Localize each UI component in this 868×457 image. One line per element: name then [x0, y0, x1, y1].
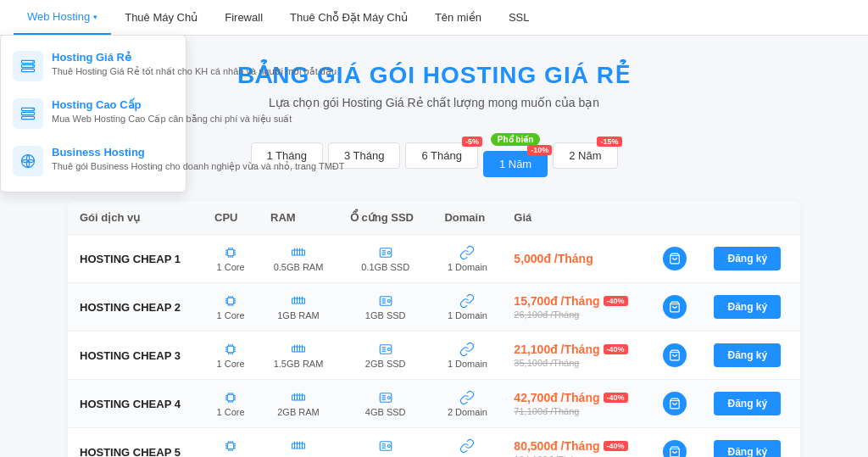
register-button[interactable]: Đăng ký — [714, 295, 781, 319]
col-cart — [651, 201, 703, 235]
table-row: HOSTING CHEAP 1 1 Core 0.5GB RAM 0.1GB S… — [68, 235, 800, 283]
register-cell: Đăng ký — [702, 235, 800, 283]
cpu-cell: 1 Core — [203, 235, 259, 283]
svg-rect-2 — [22, 69, 35, 71]
svg-point-3 — [32, 61, 34, 63]
col-plan: Gói dịch vụ — [68, 201, 203, 235]
dropdown-hosting-cao-cap[interactable]: Hosting Cao Cấp Mua Web Hosting Cao Cấp … — [1, 90, 186, 137]
nav-thue-cho-dat[interactable]: Thuê Chỗ Đặt Máy Chủ — [276, 0, 421, 35]
svg-rect-10 — [227, 249, 234, 256]
nav-thue-may-chu[interactable]: Thuê Máy Chủ — [111, 0, 211, 35]
nav-web-hosting[interactable]: Web Hosting ▾ Hosting Giá Rẻ Thuê Hostin… — [14, 0, 111, 35]
domain-cell: 1 Domain — [432, 283, 502, 332]
cart-cell — [651, 332, 703, 380]
cart-cell — [651, 283, 703, 332]
register-cell: Đăng ký — [702, 283, 800, 332]
price-cell: 80,500đ /Tháng-40%134,100đ /Tháng — [502, 428, 651, 458]
period-tab-2nam[interactable]: 2 Năm -15% — [553, 142, 617, 169]
dropdown-business-hosting[interactable]: Business Hosting Thuê gói Business Hosti… — [1, 137, 186, 185]
discount-badge-1nam: -10% — [527, 145, 552, 155]
cpu-cell: 1 Core — [203, 380, 259, 428]
dropdown-hosting-gia-re[interactable]: Hosting Giá Rẻ Thuê Hosting Giá Rẻ tốt n… — [1, 42, 186, 90]
price-cell: 21,100đ /Tháng-40%35,100đ /Tháng — [502, 332, 651, 380]
svg-point-89 — [387, 348, 390, 351]
svg-rect-79 — [292, 347, 305, 352]
pricing-table: Gói dịch vụ CPU RAM Ổ cứng SSD Domain Gi… — [68, 201, 800, 457]
business-hosting-icon — [13, 146, 43, 176]
svg-point-61 — [387, 300, 390, 303]
ram-cell: 1.5GB RAM — [259, 332, 338, 380]
col-domain: Domain — [432, 201, 502, 235]
svg-point-4 — [32, 65, 34, 67]
hosting-gia-re-icon — [13, 51, 43, 81]
col-price: Giá — [502, 201, 651, 235]
plan-name: HOSTING CHEAP 5 — [68, 428, 203, 458]
popular-badge: Phổ biến — [491, 133, 541, 146]
svg-point-145 — [387, 445, 390, 448]
nav-ssl[interactable]: SSL — [495, 0, 543, 35]
svg-rect-23 — [292, 250, 305, 255]
period-tab-1nam-wrapper: Phổ biến 1 Năm -10% — [483, 133, 548, 177]
col-action — [702, 201, 800, 235]
register-cell: Đăng ký — [702, 332, 800, 380]
cart-cell — [651, 380, 703, 428]
ssd-cell: 8GB SSD — [338, 428, 433, 458]
nav-firewall[interactable]: Firewall — [211, 0, 276, 35]
add-to-cart-button[interactable] — [663, 295, 687, 319]
svg-point-33 — [387, 252, 390, 254]
register-cell: Đăng ký — [702, 428, 800, 458]
register-cell: Đăng ký — [702, 380, 800, 428]
svg-rect-38 — [227, 298, 234, 304]
cart-cell — [651, 428, 703, 458]
discount-badge-2nam: -15% — [597, 137, 621, 147]
add-to-cart-button[interactable] — [663, 440, 687, 457]
table-row: HOSTING CHEAP 2 1 Core 1GB RAM 1GB SSD 1… — [68, 283, 800, 332]
svg-rect-51 — [292, 298, 305, 304]
hosting-dropdown: Hosting Giá Rẻ Thuê Hosting Giá Rẻ tốt n… — [0, 35, 186, 192]
svg-rect-135 — [292, 443, 305, 449]
price-cell: 5,000đ /Tháng — [502, 235, 651, 283]
period-tab-1nam[interactable]: 1 Năm -10% — [483, 151, 548, 177]
register-button[interactable]: Đăng ký — [714, 440, 781, 457]
price-cell: 42,700đ /Tháng-40%71,100đ /Tháng — [502, 380, 651, 428]
plan-name: HOSTING CHEAP 2 — [68, 283, 203, 332]
discount-badge-6thang: -5% — [462, 137, 482, 147]
add-to-cart-button[interactable] — [663, 343, 687, 367]
chevron-down-icon: ▾ — [93, 13, 97, 21]
cpu-cell: 1 Core — [203, 332, 259, 380]
cart-cell — [651, 235, 703, 283]
domain-cell: 1 Domain — [432, 235, 502, 283]
price-cell: 15,700đ /Tháng-40%26,100đ /Tháng — [502, 283, 651, 332]
cpu-cell: 1 Core — [203, 283, 259, 332]
ram-cell: 4GB RAM — [259, 428, 338, 458]
table-row: HOSTING CHEAP 4 1 Core 2GB RAM 4GB SSD 2… — [68, 380, 800, 428]
plan-name: HOSTING CHEAP 4 — [68, 380, 203, 428]
domain-cell: 4 Domain — [432, 428, 502, 458]
svg-rect-94 — [227, 394, 234, 401]
ssd-cell: 1GB SSD — [338, 283, 433, 332]
svg-rect-6 — [22, 112, 35, 114]
plan-name: HOSTING CHEAP 1 — [68, 235, 203, 283]
register-button[interactable]: Đăng ký — [714, 343, 781, 367]
plan-name: HOSTING CHEAP 3 — [68, 332, 203, 380]
ssd-cell: 0.1GB SSD — [338, 235, 433, 283]
col-ram: RAM — [259, 201, 338, 235]
register-button[interactable]: Đăng ký — [714, 247, 781, 270]
add-to-cart-button[interactable] — [663, 392, 687, 415]
table-row: HOSTING CHEAP 5 2 Core 4GB RAM 8GB SSD 4… — [68, 428, 800, 458]
ssd-cell: 4GB SSD — [338, 380, 433, 428]
svg-rect-66 — [227, 346, 234, 353]
svg-rect-122 — [227, 443, 234, 449]
main-nav: Web Hosting ▾ Hosting Giá Rẻ Thuê Hostin… — [0, 0, 868, 36]
svg-point-8 — [32, 109, 34, 110]
nav-ten-mien[interactable]: Tên miền — [421, 0, 495, 35]
register-button[interactable]: Đăng ký — [714, 392, 781, 415]
col-cpu: CPU — [203, 201, 259, 235]
col-ssd: Ổ cứng SSD — [338, 201, 433, 235]
svg-rect-7 — [22, 116, 35, 119]
add-to-cart-button[interactable] — [663, 247, 687, 270]
domain-cell: 2 Domain — [432, 380, 502, 428]
table-row: HOSTING CHEAP 3 1 Core 1.5GB RAM 2GB SSD… — [68, 332, 800, 380]
period-tab-6thang[interactable]: 6 Tháng -5% — [405, 142, 477, 169]
ssd-cell: 2GB SSD — [338, 332, 433, 380]
